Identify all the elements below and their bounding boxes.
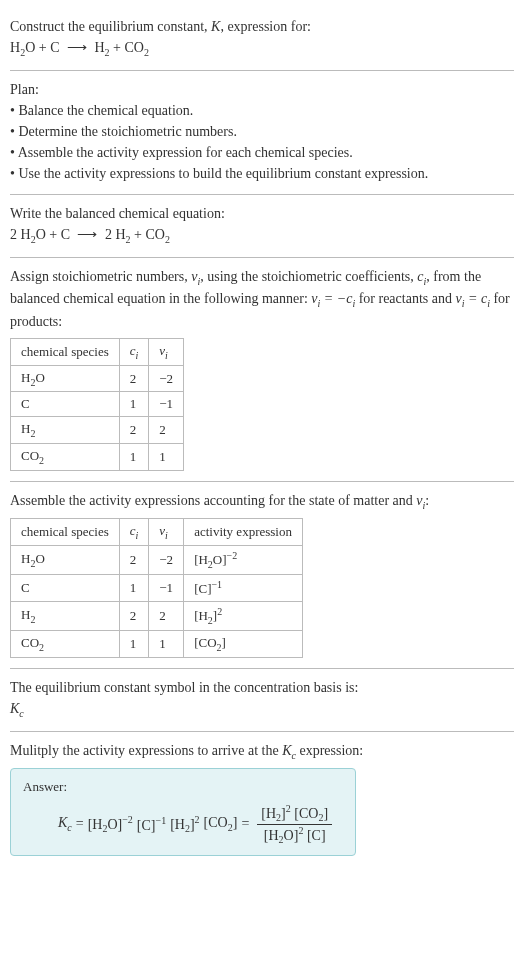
text: [H [194,609,208,624]
table-header-row: chemical species ci νi activity expressi… [11,519,303,546]
subscript: i [165,350,168,361]
text: [H [88,817,103,832]
text: [H [261,806,276,821]
text: + CO [131,227,165,242]
subscript: i [136,350,139,361]
table-row: H2O 2 −2 [H2O]−2 [11,545,303,574]
term: [H2O]−2 [88,814,133,834]
text: Construct the equilibrium constant, [10,19,211,34]
table-row: CO2 1 1 [11,443,184,470]
text: [H [170,817,185,832]
final-text: Mulitply the activity expressions to arr… [10,740,514,763]
text: for reactants and [355,291,455,306]
text: 2 H [10,227,31,242]
superscript: 2 [286,803,291,814]
col-nu: νi [149,519,184,546]
table-row: C 1 −1 [C]−1 [11,574,303,601]
kc-lhs: Kc [58,815,72,833]
unbalanced-equation: H2O + C ⟶ H2 + CO2 [10,37,514,60]
term: [CO2] [204,815,238,833]
table-row: H2 2 2 [H2]2 [11,602,303,631]
cell-species: H2 [11,602,120,631]
text: H [10,40,20,55]
plan-bullet: • Assemble the activity expression for e… [10,142,514,163]
text: H [21,607,30,622]
subscript: 2 [39,455,44,466]
numerator: [H2]2 [CO2] [257,803,332,824]
answer-box: Answer: Kc = [H2O]−2 [C]−1 [H2]2 [CO2] =… [10,768,356,856]
text: O [35,370,44,385]
term: [C]−1 [137,815,166,834]
cell-activity: [CO2] [184,631,303,658]
plan-section: Plan: • Balance the chemical equation. •… [10,71,514,195]
superscript: 2 [195,814,200,825]
k-symbol: K [211,19,220,34]
balanced-title: Write the balanced chemical equation: [10,203,514,224]
cell-species: C [11,574,120,601]
subscript: c [19,708,23,719]
text: O [35,551,44,566]
activity-section: Assemble the activity expressions accoun… [10,482,514,669]
superscript: 2 [298,825,303,836]
k-symbol: K [10,701,19,716]
table-row: H2O 2 −2 [11,365,184,392]
cell-ci: 1 [119,631,149,658]
cell-nu: −2 [149,545,184,574]
text: C [21,580,30,595]
col-ci: ci [119,519,149,546]
table-row: C 1 −1 [11,392,184,417]
text: Mulitply the activity expressions to arr… [10,743,282,758]
text: [C] [194,581,211,596]
col-species: chemical species [11,339,120,366]
subscript: 2 [30,614,35,625]
text: ] [222,635,226,650]
arrow-icon: ⟶ [73,227,101,242]
k-symbol: K [282,743,291,758]
col-nu: νi [149,339,184,366]
cell-ci: 1 [119,574,149,601]
rhs: 2 H2 + CO2 [105,227,170,242]
plan-title: Plan: [10,79,514,100]
cell-activity: [C]−1 [184,574,303,601]
subscript: 2 [144,47,149,58]
cell-species: H2O [11,545,120,574]
equals: = [241,816,249,832]
col-activity: activity expression [184,519,303,546]
cell-species: CO2 [11,443,120,470]
subscript: 2 [30,428,35,439]
text: ] [233,815,238,830]
cell-activity: [H2]2 [184,602,303,631]
fraction: [H2]2 [CO2] [H2O]2 [C] [257,803,332,845]
equals: = [76,816,84,832]
text: = c [464,291,487,306]
lhs: H2O + C [10,40,59,55]
text: Assign stoichiometric numbers, [10,269,191,284]
text: O] [284,827,299,842]
text: H [21,551,30,566]
plan-bullet: • Determine the stoichiometric numbers. [10,121,514,142]
cell-species: C [11,392,120,417]
text: C [21,396,30,411]
cell-nu: −1 [149,392,184,417]
kc-symbol: Kc [10,698,514,721]
text: CO [21,448,39,463]
stoich-text: Assign stoichiometric numbers, νi, using… [10,266,514,333]
cell-ci: 2 [119,417,149,444]
text: O] [213,552,227,567]
text: , using the stoichiometric coefficients, [200,269,417,284]
basis-section: The equilibrium constant symbol in the c… [10,669,514,732]
text: = −c [320,291,352,306]
text: O + C [25,40,59,55]
text: CO [21,635,39,650]
balanced-section: Write the balanced chemical equation: 2 … [10,195,514,258]
table-row: H2 2 2 [11,417,184,444]
cell-species: H2O [11,365,120,392]
cell-nu: −1 [149,574,184,601]
subscript: c [67,822,71,833]
subscript: i [165,530,168,541]
text: [H [194,552,208,567]
subscript: i [136,530,139,541]
cell-ci: 1 [119,392,149,417]
subscript: 2 [39,642,44,653]
text: ] [323,806,328,821]
